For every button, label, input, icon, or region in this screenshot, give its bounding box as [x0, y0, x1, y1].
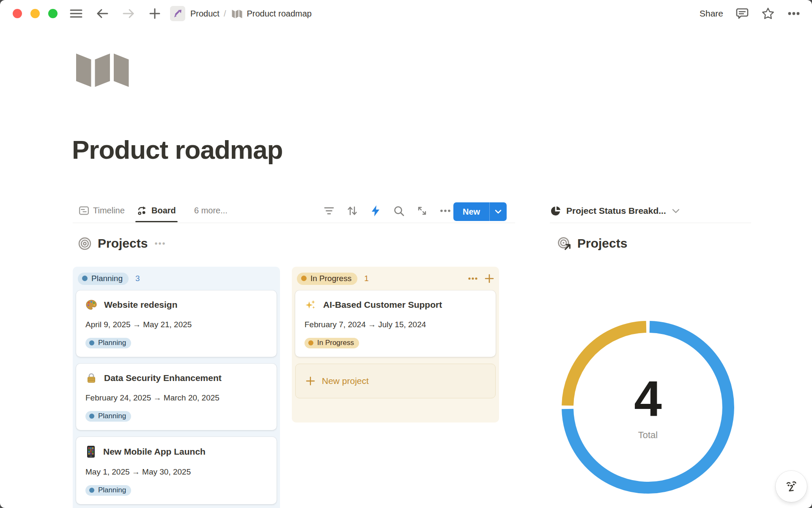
column-add-card-button[interactable]	[485, 274, 494, 283]
ellipsis-icon	[440, 209, 451, 213]
hamburger-menu-icon	[70, 8, 82, 19]
search-icon	[393, 205, 405, 217]
ai-face-icon	[783, 478, 800, 495]
lightning-icon	[371, 205, 380, 217]
breadcrumb-page-label[interactable]: Product roadmap	[247, 9, 312, 19]
column-header: In Progress 1	[297, 271, 494, 286]
filter-icon	[324, 207, 335, 215]
board-database-title[interactable]: Projects	[98, 236, 148, 251]
card-dates: May 1, 2025 → May 30, 2025	[85, 467, 267, 477]
automations-button[interactable]	[368, 203, 383, 218]
new-project-button[interactable]: New project	[295, 364, 496, 398]
window-toolbar: Product / Product roadmap Share	[0, 0, 812, 27]
status-dot	[301, 276, 307, 281]
zoom-window-button[interactable]	[48, 9, 58, 18]
status-dot	[89, 340, 94, 345]
board-column-in-progress: In Progress 1	[292, 267, 499, 422]
card-status-pill: Planning	[85, 485, 131, 496]
search-button[interactable]	[391, 203, 406, 218]
new-tab-button[interactable]	[147, 6, 162, 21]
tab-board[interactable]: Board	[137, 199, 176, 222]
topbar-actions: Share	[700, 0, 800, 27]
palette-icon	[85, 299, 97, 311]
card-status-pill: Planning	[85, 338, 131, 348]
notion-ai-button[interactable]	[776, 471, 807, 502]
project-card-data-security[interactable]: Data Security Enhancement February 24, 2…	[76, 364, 277, 430]
tab-timeline[interactable]: Timeline	[79, 199, 125, 222]
chart-view-switcher[interactable]: Project Status Breakd...	[550, 199, 751, 223]
filter-button[interactable]	[321, 203, 337, 218]
comment-icon	[736, 7, 749, 20]
favorite-button[interactable]	[761, 7, 775, 20]
status-dot	[89, 488, 94, 493]
forward-arrow-icon	[122, 8, 135, 19]
linked-target-icon	[557, 237, 571, 251]
back-button[interactable]	[95, 6, 110, 21]
chart-database-title[interactable]: Projects	[577, 236, 627, 251]
column-header: Planning 3	[78, 271, 275, 286]
breadcrumb-separator: /	[224, 9, 226, 19]
lock-icon	[85, 372, 97, 384]
dart-icon	[173, 8, 183, 19]
board-column-planning: Planning 3 Website redesign April 9, 202…	[73, 267, 280, 508]
comments-button[interactable]	[736, 7, 749, 20]
project-card-ai-support[interactable]: AI-Based Customer Support February 7, 20…	[295, 290, 496, 357]
traffic-lights	[13, 9, 58, 18]
more-options-button[interactable]	[787, 11, 800, 16]
card-title: Website redesign	[104, 300, 178, 310]
project-card-website-redesign[interactable]: Website redesign April 9, 2025 → May 21,…	[76, 290, 277, 357]
breadcrumb: Product / Product roadmap	[170, 6, 312, 21]
column-options-button[interactable]	[468, 277, 478, 280]
map-icon	[76, 49, 129, 90]
expand-view-button[interactable]	[414, 203, 430, 218]
sidebar-toggle-button[interactable]	[69, 6, 84, 21]
tab-more-views[interactable]: 6 more...	[194, 199, 228, 222]
project-card-mobile-app[interactable]: New Mobile App Launch May 1, 2025 → May …	[76, 437, 277, 504]
sort-button[interactable]	[345, 203, 360, 218]
card-dates: February 24, 2025 → March 20, 2025	[85, 393, 267, 403]
target-icon	[78, 237, 92, 251]
back-arrow-icon	[96, 8, 109, 19]
board-options-button[interactable]: •••	[154, 239, 166, 248]
page-icon-button[interactable]	[76, 49, 129, 90]
plus-icon	[485, 274, 494, 283]
view-options-button[interactable]	[438, 203, 453, 218]
plus-icon	[149, 8, 160, 19]
card-title: New Mobile App Launch	[103, 447, 206, 457]
status-pill-in-progress[interactable]: In Progress	[297, 273, 357, 285]
status-pill-planning[interactable]: Planning	[78, 273, 129, 285]
close-window-button[interactable]	[13, 9, 22, 18]
notion-window: Product / Product roadmap Share	[0, 0, 812, 508]
card-dates: April 9, 2025 → May 21, 2025	[85, 320, 267, 329]
expand-icon	[417, 205, 428, 216]
breadcrumb-workspace-label[interactable]: Product	[190, 9, 219, 19]
card-dates: February 7, 2024 → July 15, 2024	[304, 320, 486, 329]
status-dot	[308, 340, 313, 345]
breadcrumb-workspace-item[interactable]	[170, 6, 185, 21]
card-title: Data Security Enhancement	[104, 373, 222, 383]
chevron-down-icon	[495, 210, 502, 214]
chart-view-title: Project Status Breakd...	[566, 206, 666, 216]
status-dot	[89, 414, 94, 419]
mobile-phone-icon	[85, 445, 96, 458]
sort-icon	[347, 205, 358, 216]
card-title: AI-Based Customer Support	[323, 300, 442, 310]
column-count: 1	[364, 274, 369, 283]
pie-chart-icon	[550, 205, 561, 217]
minimize-window-button[interactable]	[30, 9, 40, 18]
donut-chart-svg	[558, 318, 738, 497]
status-dot	[82, 276, 88, 281]
status-breakdown-donut-chart: 4 Total	[558, 318, 738, 497]
ellipsis-icon	[787, 11, 800, 16]
chevron-down-icon	[672, 209, 680, 213]
sparkles-icon	[304, 299, 316, 311]
new-button-dropdown[interactable]	[490, 202, 507, 221]
column-count: 3	[135, 274, 140, 283]
share-button[interactable]: Share	[700, 8, 723, 19]
view-tabs-bar: Timeline Board 6 more...	[73, 199, 515, 223]
timeline-view-icon	[79, 205, 89, 216]
board-view-icon	[137, 205, 148, 216]
page-title[interactable]: Product roadmap	[72, 135, 283, 165]
forward-button[interactable]	[121, 6, 136, 21]
new-button[interactable]: New	[453, 202, 490, 221]
